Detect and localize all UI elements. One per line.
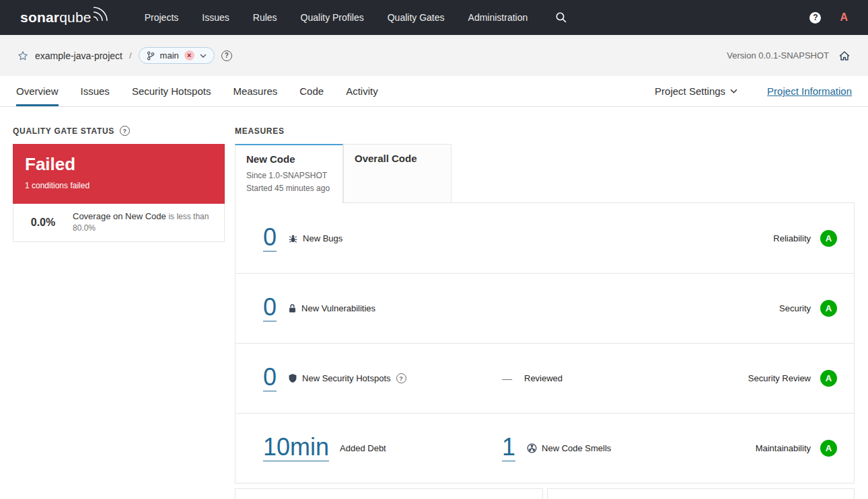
measures-heading-label: MEASURES xyxy=(235,126,285,136)
new-code-period: Since 1.0-SNAPSHOT Started 45 minutes ag… xyxy=(246,169,332,195)
nav-item-issues[interactable]: Issues xyxy=(202,12,229,23)
measure-mid: — Reviewed xyxy=(502,373,748,384)
project-name-link[interactable]: example-java-project xyxy=(35,50,122,61)
maintainability-label: Maintainability xyxy=(756,443,811,453)
favorite-star-icon[interactable] xyxy=(17,50,28,61)
lock-icon xyxy=(288,303,297,313)
nav-item-quality-gates[interactable]: Quality Gates xyxy=(388,12,445,23)
user-avatar[interactable]: A xyxy=(840,11,848,24)
code-smell-icon xyxy=(527,443,537,453)
clear-branch-icon[interactable]: × xyxy=(184,50,194,61)
added-debt-label: Added Debt xyxy=(340,443,386,453)
security-label: Security xyxy=(779,303,811,313)
search-button[interactable] xyxy=(555,11,567,24)
new-code-since: Since 1.0-SNAPSHOT xyxy=(246,169,332,182)
tab-code[interactable]: Code xyxy=(299,76,324,106)
project-version: Version 0.0.1-SNAPSHOT xyxy=(727,50,829,61)
partial-card-left xyxy=(235,488,543,499)
branch-name: main xyxy=(160,50,179,61)
chevron-down-icon xyxy=(730,89,737,93)
tab-new-code[interactable]: New Code Since 1.0-SNAPSHOT Started 45 m… xyxy=(235,144,343,203)
hotspots-help-icon[interactable]: ? xyxy=(396,373,406,383)
measure-row-vulnerabilities: 0 New Vulnerabilities Security A xyxy=(236,273,854,343)
measure-left: 10min Added Debt xyxy=(263,435,502,461)
measure-left: 0 New Bugs xyxy=(263,225,502,252)
project-settings-menu[interactable]: Project Settings xyxy=(655,85,737,97)
measures-panel: 0 New Bugs Reliability xyxy=(235,202,855,484)
measure-rating: Maintainability A xyxy=(756,440,837,457)
next-measures-row-partial xyxy=(235,488,855,499)
help-button[interactable]: ? xyxy=(809,12,821,24)
bug-icon xyxy=(288,233,298,243)
security-rating-badge[interactable]: A xyxy=(820,300,837,317)
nav-item-projects[interactable]: Projects xyxy=(145,12,179,23)
project-meta: Version 0.0.1-SNAPSHOT xyxy=(727,50,851,61)
branch-selector[interactable]: main × xyxy=(139,47,215,64)
sonar-swoosh-icon xyxy=(94,6,110,22)
project-nav-right: Project Settings Project Information xyxy=(655,76,852,106)
tab-security-hotspots[interactable]: Security Hotspots xyxy=(132,76,211,106)
nav-item-quality-profiles[interactable]: Quality Profiles xyxy=(301,12,364,23)
global-navbar: sonarqube Projects Issues Rules Quality … xyxy=(0,0,868,35)
condition-text: Coverage on New Code is less than 80.0% xyxy=(73,211,217,234)
quality-gate-heading: QUALITY GATE STATUS ? xyxy=(13,126,225,136)
new-security-hotspots-label: New Security Hotspots xyxy=(302,373,391,383)
breadcrumb: example-java-project / main × ? xyxy=(17,47,232,64)
reliability-label: Reliability xyxy=(773,233,811,243)
measures-section: MEASURES New Code Since 1.0-SNAPSHOT Sta… xyxy=(235,126,855,499)
new-bugs-count-link[interactable]: 0 xyxy=(263,225,277,252)
reliability-rating-badge[interactable]: A xyxy=(820,230,837,247)
security-review-rating-badge[interactable]: A xyxy=(820,370,837,387)
measure-mid: 1 New Code Smells xyxy=(502,435,756,461)
quality-gate-section: QUALITY GATE STATUS ? Failed 1 condition… xyxy=(13,126,225,499)
tab-overview[interactable]: Overview xyxy=(16,76,59,106)
tab-activity[interactable]: Activity xyxy=(346,76,378,106)
measure-left: 0 New Security Hotspots ? xyxy=(263,365,502,391)
reviewed-label: Reviewed xyxy=(524,373,563,383)
new-security-hotspots-count-link[interactable]: 0 xyxy=(263,365,277,391)
condition-metric: Coverage on New Code xyxy=(73,211,166,221)
home-icon[interactable] xyxy=(838,50,851,61)
measure-rating: Reliability A xyxy=(773,230,837,247)
overall-code-tab-title: Overall Code xyxy=(355,153,440,164)
breadcrumb-separator: / xyxy=(129,50,132,61)
measure-rating: Security Review A xyxy=(748,370,837,387)
sonarqube-logo[interactable]: sonarqube xyxy=(20,9,110,26)
partial-card-right xyxy=(547,488,855,499)
new-vulnerabilities-label: New Vulnerabilities xyxy=(301,303,375,313)
added-debt-link[interactable]: 10min xyxy=(263,435,329,461)
measures-heading: MEASURES xyxy=(235,126,855,136)
quality-gate-help-icon[interactable]: ? xyxy=(120,126,130,136)
measure-row-bugs: 0 New Bugs Reliability xyxy=(236,203,854,273)
security-review-label: Security Review xyxy=(748,373,811,383)
tab-measures[interactable]: Measures xyxy=(233,76,277,106)
measures-tabs: New Code Since 1.0-SNAPSHOT Started 45 m… xyxy=(235,144,855,203)
failed-condition-card[interactable]: 0.0% Coverage on New Code is less than 8… xyxy=(13,204,225,242)
measure-row-maintainability: 10min Added Debt 1 New Code S xyxy=(236,413,854,483)
reviewed-value-dash: — xyxy=(502,373,512,384)
nav-item-administration[interactable]: Administration xyxy=(468,12,528,23)
quality-gate-status-card: Failed 1 conditions failed xyxy=(13,144,225,204)
project-settings-label: Project Settings xyxy=(655,85,725,97)
topnav-right: ? A xyxy=(809,11,848,24)
measure-left: 0 New Vulnerabilities xyxy=(263,295,502,321)
project-header-bar: example-java-project / main × ? Version … xyxy=(0,35,868,76)
nav-item-rules[interactable]: Rules xyxy=(253,12,277,23)
branch-help-icon[interactable]: ? xyxy=(221,50,232,61)
quality-gate-conditions-count: 1 conditions failed xyxy=(25,181,213,190)
new-code-smells-label: New Code Smells xyxy=(542,443,611,453)
chevron-down-icon xyxy=(200,54,207,58)
global-nav-items: Projects Issues Rules Quality Profiles Q… xyxy=(145,12,528,23)
project-information-link[interactable]: Project Information xyxy=(767,85,852,97)
quality-gate-heading-label: QUALITY GATE STATUS xyxy=(13,126,114,136)
tab-overall-code[interactable]: Overall Code xyxy=(343,144,451,203)
new-code-started: Started 45 minutes ago xyxy=(246,182,332,195)
overview-page: QUALITY GATE STATUS ? Failed 1 condition… xyxy=(0,107,868,499)
new-vulnerabilities-count-link[interactable]: 0 xyxy=(263,295,277,321)
tab-issues[interactable]: Issues xyxy=(81,76,110,106)
new-code-smells-count-link[interactable]: 1 xyxy=(502,435,515,461)
project-nav-tabs: Overview Issues Security Hotspots Measur… xyxy=(0,76,868,107)
maintainability-rating-badge[interactable]: A xyxy=(820,440,837,457)
branch-icon xyxy=(147,51,155,61)
new-code-tab-title: New Code xyxy=(246,153,332,165)
